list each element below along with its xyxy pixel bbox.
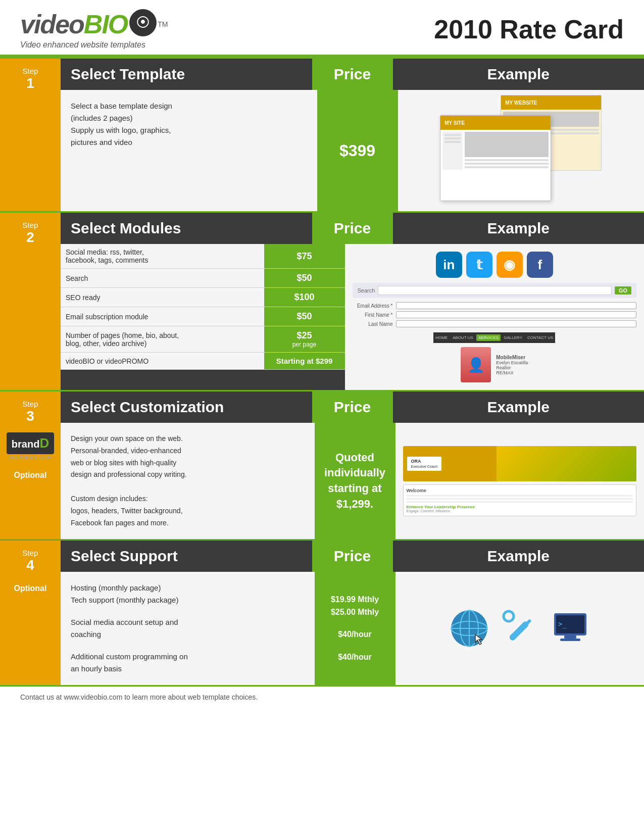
step3-step-text: Step xyxy=(23,400,38,408)
step1-title: Select Template xyxy=(71,66,302,83)
step1-body-row: Select a base template design (includes … xyxy=(61,90,644,211)
module-price-2: $100 xyxy=(264,288,345,307)
ora-tagline: Enhance Your Leadership Presence xyxy=(407,505,633,509)
step2-num: 2 xyxy=(26,229,34,246)
globe-svg xyxy=(449,608,489,649)
step2-content: Select Modules Price Example Social medi… xyxy=(61,213,644,390)
mockup-front-sidebar xyxy=(442,132,463,170)
rate-card-title: 2010 Rate Card xyxy=(434,14,624,44)
step4-example-col: >_ xyxy=(395,572,645,685)
step2-modules: Social media: rss, twitter,facebook, tag… xyxy=(61,244,345,390)
logo-video-text: video xyxy=(20,9,84,39)
step2-example-heading: Example xyxy=(487,220,550,237)
step1-details: Select a base template design (includes … xyxy=(61,90,317,211)
step4-service-3: Social media account setup and xyxy=(71,616,305,628)
form-row-lastname: Last Name xyxy=(353,320,637,327)
footer: Contact us at www.videobio.com to learn … xyxy=(0,686,644,707)
nav-services: SERVICES xyxy=(476,334,501,341)
nav-contact: CONTACT US xyxy=(525,334,555,341)
person-mockup: 👤 MobileMiser Evelyn Escatilla Realtor R… xyxy=(461,347,528,382)
globe-icon xyxy=(449,608,489,649)
logo-tagline: Video enhanced website templates xyxy=(20,40,168,50)
form-lastname-input[interactable] xyxy=(396,320,637,327)
module-name-0: Social media: rss, twitter,facebook, tag… xyxy=(61,244,264,269)
nav-bar-mockup: HOME ABOUT US SERVICES GALLERY CONTACT U… xyxy=(433,332,555,343)
step2-title: Select Modules xyxy=(71,220,302,237)
mockup-sidebar-line3 xyxy=(444,141,461,143)
step4-service-1: Hosting (monthly package) xyxy=(71,582,305,594)
monitor-svg: >_ xyxy=(550,607,590,648)
person-name: MobileMiser xyxy=(496,355,528,360)
step1-content: Select Template Price Example Select a b… xyxy=(61,59,644,211)
brand-id-url: www.thebrandID.com xyxy=(7,455,54,460)
step3-mockup: ORAExecutive Coach Welcome Enhance Your … xyxy=(403,446,637,516)
step2-section: Step 2 Select Modules Price Example Soci… xyxy=(0,213,644,390)
mockup-sidebar-line1 xyxy=(444,134,461,136)
step3-detail-5: Custom design includes: xyxy=(71,493,305,505)
brand-id-d: D xyxy=(39,435,49,451)
table-row: Email subscription module $50 xyxy=(61,307,345,326)
module-name-4: Number of pages (home, bio, about,blog, … xyxy=(61,326,264,353)
step4-body-row: Hosting (monthly package) Tech support (… xyxy=(61,572,644,685)
step1-detail-4: pictures and video xyxy=(71,136,307,149)
step3-detail-6: logos, headers, Twitter background, xyxy=(71,505,305,517)
module-name-1: Search xyxy=(61,269,264,288)
step4-price-3: $40/hour xyxy=(338,629,372,640)
mockup-front-header: MY SITE xyxy=(440,116,551,130)
step3-price-text: Quoted individually starting at $1,299. xyxy=(324,450,385,512)
go-button[interactable]: GO xyxy=(615,286,631,295)
ora-line2 xyxy=(407,498,633,500)
step3-header-example-col: Example xyxy=(393,391,645,423)
mockup-front-body xyxy=(440,130,551,172)
step2-body: Social media: rss, twitter,facebook, tag… xyxy=(61,244,644,390)
form-email-input[interactable] xyxy=(396,302,637,309)
form-firstname-label: First Name * xyxy=(353,312,393,318)
step3-section: Step 3 brandD www.thebrandID.com Optiona… xyxy=(0,391,644,539)
table-row: Social media: rss, twitter,facebook, tag… xyxy=(61,244,345,269)
step4-num: 4 xyxy=(26,557,34,573)
step4-price-4: $40/hour xyxy=(338,652,372,663)
search-mockup: Search GO xyxy=(353,283,637,298)
logo-bio-text: BIO xyxy=(84,9,127,39)
mockup-front-img xyxy=(465,132,549,157)
ora-line1 xyxy=(407,495,633,497)
form-firstname-input[interactable] xyxy=(396,311,637,318)
step2-header-title: Select Modules xyxy=(61,213,312,244)
brand-id-area: brandD www.thebrandID.com xyxy=(7,432,54,460)
step1-price-col: $399 xyxy=(317,90,398,211)
step3-num: 3 xyxy=(26,408,34,424)
search-input[interactable] xyxy=(378,286,612,295)
social-icons: in 𝕥 ◉ f xyxy=(436,252,553,278)
step1-label: Step 1 xyxy=(0,59,61,211)
step3-header-title: Select Customization xyxy=(61,391,312,423)
form-email-label: Email Address * xyxy=(353,303,393,309)
person-title: Evelyn Escatilla xyxy=(496,360,528,365)
step3-example-heading: Example xyxy=(487,399,550,416)
form-row-email: Email Address * xyxy=(353,302,637,309)
module-name-3: Email subscription module xyxy=(61,307,264,326)
mockup-front-line1 xyxy=(465,159,549,161)
step2-header-example-col: Example xyxy=(393,213,645,244)
person-company: RE/MAX xyxy=(496,370,528,375)
step1-example-heading: Example xyxy=(487,66,550,83)
mockup-logo-ora: ORAExecutive Coach xyxy=(407,457,442,471)
module-price-5: Starting at $299 xyxy=(264,353,345,370)
step4-details: Hosting (monthly package) Tech support (… xyxy=(61,572,315,685)
step4-service-4b: an hourly basis xyxy=(71,663,305,675)
table-row: Search $50 xyxy=(61,269,345,288)
header-divider xyxy=(0,55,644,59)
svg-point-7 xyxy=(504,611,514,621)
step1-detail-1: Select a base template design xyxy=(71,100,307,112)
step4-header-price-col: Price xyxy=(312,541,393,572)
step2-step-text: Step xyxy=(23,221,38,229)
module-price-0: $75 xyxy=(264,244,345,269)
step4-step-text: Step xyxy=(23,549,38,557)
step4-service-4: Additional custom programming on xyxy=(71,651,305,663)
step3-detail-2: Personal-branded, video-enhanced xyxy=(71,445,305,457)
mockup-sunflower-bg xyxy=(497,446,637,481)
form-mockup: Email Address * First Name * Last Name xyxy=(353,302,637,329)
step4-price-heading: Price xyxy=(334,548,371,565)
step1-price: $399 xyxy=(339,141,375,160)
step3-price-col: Quoted individually starting at $1,299. xyxy=(315,423,395,539)
step4-header-example-col: Example xyxy=(393,541,645,572)
